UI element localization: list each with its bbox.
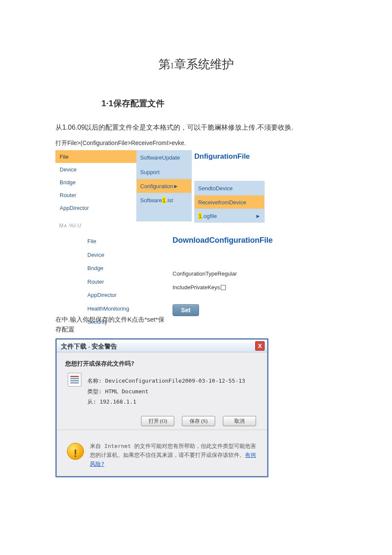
menu-c-logfile[interactable]: 1.ogfile► xyxy=(195,209,264,222)
menu-b-empty xyxy=(137,207,191,221)
menu-b-softwarelist[interactable]: Software1.ist xyxy=(137,193,191,207)
nav2-router[interactable]: Router xyxy=(87,275,160,289)
close-icon[interactable]: X xyxy=(255,341,265,351)
nav2-security[interactable]: Security xyxy=(87,315,160,329)
dialog-title: 文件下载 - 安全警告 xyxy=(57,340,267,352)
nav2-file[interactable]: File xyxy=(87,235,160,248)
menu-a-device[interactable]: Device xyxy=(55,163,136,176)
chevron-right-icon: ► xyxy=(255,212,261,221)
warning-icon xyxy=(67,443,84,460)
menu-col-b: SoftwareUpdate Support Configuration► So… xyxy=(136,150,192,221)
configfile-heading: DnfigurationFile xyxy=(194,151,250,162)
document-icon xyxy=(68,373,81,386)
nav2-healthmonitoring[interactable]: HealthMonitoring xyxy=(87,302,160,316)
menu-a-appdirector[interactable]: AppDirector xyxy=(55,201,136,214)
configuration-type-row: ConfigurationTypeRegular xyxy=(173,270,330,278)
nav2-appdirector[interactable]: AppDirector xyxy=(87,288,160,302)
menu-c-send[interactable]: SendtoDevice xyxy=(195,181,264,195)
download-panel-block: File Device Bndge Router AppDirector Hea… xyxy=(55,235,337,324)
menu-b-softwareupdate[interactable]: SoftwareUpdate xyxy=(137,151,191,165)
download-title: DownloadConfigurationFile xyxy=(173,235,330,246)
cancel-button[interactable]: 取消 xyxy=(223,416,256,426)
set-button[interactable]: Set xyxy=(173,304,199,316)
ghost-text: M∧·%I·U xyxy=(59,222,81,230)
save-button[interactable]: 保存 (S) xyxy=(182,416,215,426)
download-config-panel: DownloadConfigurationFile ConfigurationT… xyxy=(173,235,330,316)
menu-b-support[interactable]: Support xyxy=(137,165,191,179)
menu-col-a: File Device Bridge Router AppDirector xyxy=(55,150,136,214)
menu-col-c: SendtoDevice ReceivefromDevice 1.ogfile► xyxy=(194,181,265,223)
menu-a-router[interactable]: Router xyxy=(55,189,136,201)
file-download-dialog: 文件下载 - 安全警告 X 您想打开或保存此文件吗? 名称: DeviceCon… xyxy=(55,338,268,477)
nav2-device[interactable]: Device xyxy=(87,248,160,262)
nav2-bridge[interactable]: Bndge xyxy=(87,262,160,275)
nav-list-2: File Device Bndge Router AppDirector Hea… xyxy=(87,235,160,329)
menu-c-receive[interactable]: ReceivefromDevice xyxy=(195,195,264,209)
dialog-buttons: 打开 (O) 保存 (S) 取消 xyxy=(68,416,256,426)
menu-a-bridge[interactable]: Bridge xyxy=(55,176,136,189)
dialog-file-info: 名称: DeviceConfigurationFile2009-03-10-12… xyxy=(87,376,259,407)
intro-paragraph: 从1.06.09以后的配置文件全是文本格式的，可以干脆斓林修放上传.不须要收换. xyxy=(55,122,337,133)
menu-cascade-1: File Device Bridge Router AppDirector M∧… xyxy=(55,150,337,227)
privatekeys-checkbox[interactable] xyxy=(221,285,226,290)
dialog-warning: 来自 Internet 的文件可能对您有所帮助，但此文件类型可能危害您的计算机。… xyxy=(57,436,267,476)
dialog-question: 您想打开或保存此文件吗? xyxy=(65,359,259,368)
include-privatekeys-row: IncludePrivateKeys xyxy=(173,283,330,292)
open-button[interactable]: 打开 (O) xyxy=(141,416,174,426)
open-path: 打开File>(ConfigurationFile>ReceiveFromI>e… xyxy=(55,139,337,148)
section-title: 1·1保存配置文件 xyxy=(101,97,337,110)
menu-a-file[interactable]: File xyxy=(55,150,136,163)
chapter-title: 第1章系统维护 xyxy=(55,55,337,73)
menu-b-configuration[interactable]: Configuration► xyxy=(137,179,191,193)
